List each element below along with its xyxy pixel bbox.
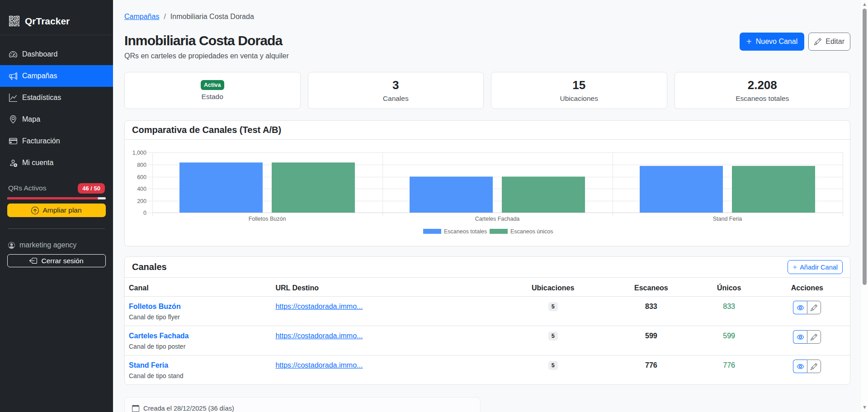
svg-text:Stand Feria: Stand Feria (713, 216, 742, 222)
svg-text:Escaneos totales: Escaneos totales (444, 228, 487, 235)
svg-text:Carteles Fachada: Carteles Fachada (475, 216, 520, 222)
svg-text:0: 0 (143, 210, 146, 216)
svg-text:800: 800 (137, 162, 146, 168)
svg-text:Folletos Buzón: Folletos Buzón (249, 216, 286, 222)
svg-text:1,000: 1,000 (132, 150, 146, 156)
svg-text:600: 600 (137, 174, 146, 180)
svg-text:200: 200 (137, 198, 146, 204)
svg-text:Escaneos únicos: Escaneos únicos (510, 228, 553, 235)
svg-text:400: 400 (137, 186, 146, 192)
